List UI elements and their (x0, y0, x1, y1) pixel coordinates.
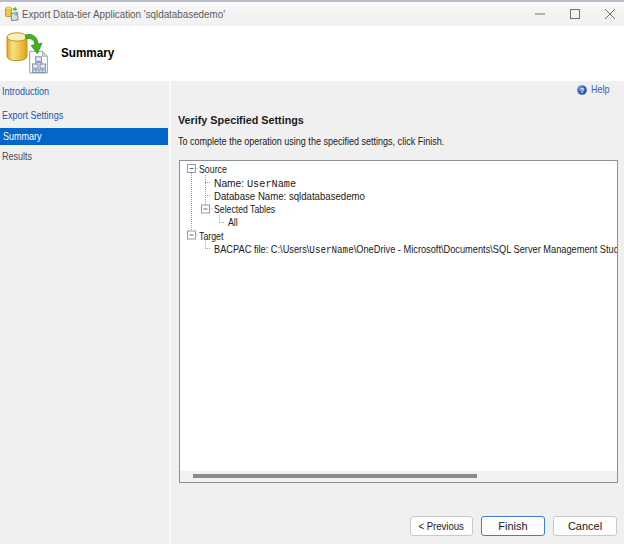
svg-text:?: ? (580, 86, 585, 95)
